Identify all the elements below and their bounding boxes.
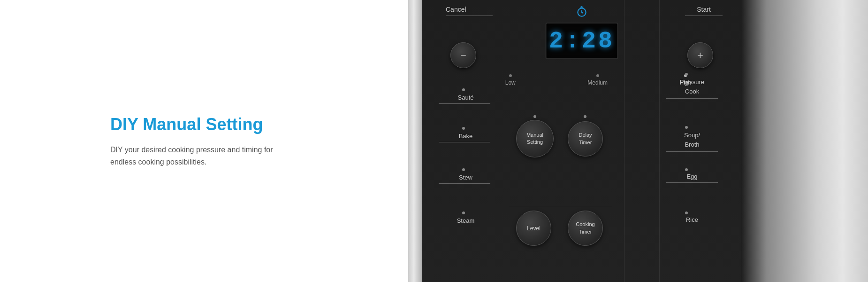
saute-button[interactable]: Sauté xyxy=(439,94,493,104)
pressure-level-medium[interactable]: Medium xyxy=(587,74,608,86)
level-button[interactable]: Level xyxy=(516,211,551,246)
egg-button[interactable]: Egg xyxy=(664,173,720,183)
stew-indicator xyxy=(462,168,465,171)
rice-button[interactable]: Rice xyxy=(664,216,720,223)
page-title: DIY Manual Setting xyxy=(110,114,298,134)
delay-timer-button[interactable]: Delay Timer xyxy=(568,121,603,157)
medium-dot xyxy=(596,74,599,77)
bake-button[interactable]: Bake xyxy=(439,133,493,142)
start-button[interactable]: Start xyxy=(685,6,723,16)
display-time: 2:28 xyxy=(549,28,615,55)
rice-indicator-top xyxy=(685,212,688,214)
col-separator-1 xyxy=(624,0,624,282)
stew-button[interactable]: Stew xyxy=(439,174,493,184)
appliance-panel: Cancel Start 2:28 − + xyxy=(408,0,868,282)
timer-clock-icon xyxy=(576,6,588,18)
text-content: DIY Manual Setting DIY your desired cook… xyxy=(73,114,335,168)
saute-indicator xyxy=(462,88,465,91)
low-dot xyxy=(509,74,512,77)
control-panel: Cancel Start 2:28 − + xyxy=(422,0,741,282)
steam-button[interactable]: Steam xyxy=(439,217,493,224)
delay-timer-indicator-top xyxy=(584,115,586,118)
soup-broth-button[interactable]: Soup/ Broth xyxy=(664,131,720,152)
left-panel: DIY Manual Setting DIY your desired cook… xyxy=(0,0,408,282)
minus-button[interactable]: − xyxy=(450,42,476,68)
left-edge xyxy=(408,0,422,282)
time-display: 2:28 xyxy=(546,23,618,59)
pressure-cook-button[interactable]: Pressure Cook xyxy=(664,78,720,99)
col-separator-2 xyxy=(659,0,660,282)
manual-setting-indicator-top xyxy=(533,115,536,118)
soup-broth-indicator-top xyxy=(685,126,688,129)
cancel-button[interactable]: Cancel xyxy=(446,6,493,16)
egg-indicator-top xyxy=(685,168,688,171)
plus-button[interactable]: + xyxy=(687,42,713,68)
cooking-timer-button[interactable]: Cooking Timer xyxy=(568,211,603,246)
right-chrome-edge xyxy=(741,0,868,282)
manual-setting-button[interactable]: Manual Setting xyxy=(516,120,554,157)
page-description: DIY your desired cooking pressure and ti… xyxy=(110,144,298,168)
center-separator xyxy=(509,207,612,207)
medium-label: Medium xyxy=(587,79,608,86)
bake-indicator xyxy=(462,127,465,130)
low-label: Low xyxy=(505,79,516,86)
pressure-cook-indicator-top xyxy=(685,73,688,76)
steam-indicator xyxy=(462,212,465,214)
pressure-level-low[interactable]: Low xyxy=(505,74,516,86)
